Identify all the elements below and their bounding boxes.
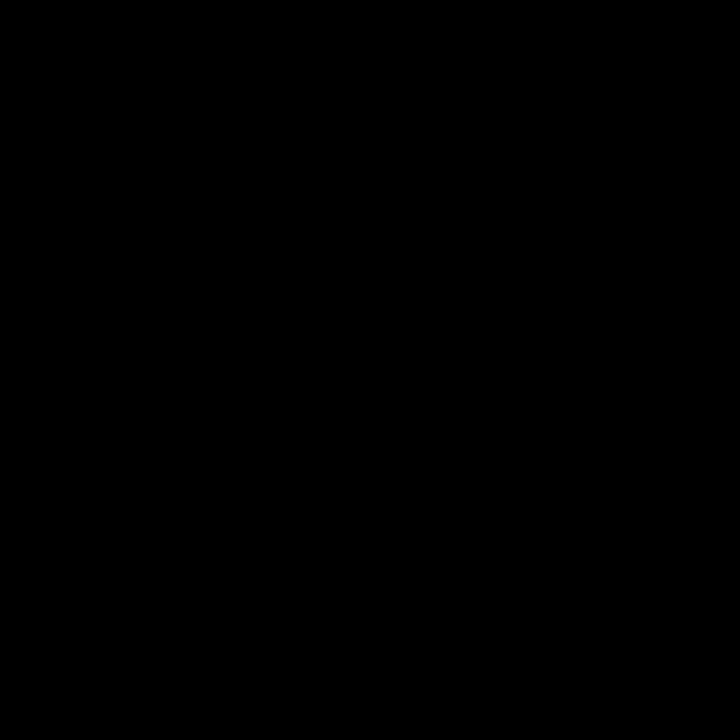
chart-frame bbox=[0, 0, 728, 728]
chart-svg bbox=[27, 27, 701, 701]
chart-plot-area bbox=[27, 27, 701, 701]
